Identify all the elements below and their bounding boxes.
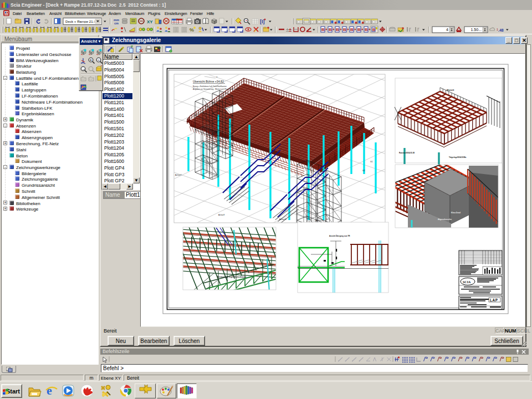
svg-text:Abgrenzkonsolen: Abgrenzkonsolen [438, 218, 452, 221]
svg-text:↔: ↔ [82, 67, 86, 71]
svg-text:Achse11: Achse11 [279, 218, 287, 221]
svg-text:B: B [357, 27, 361, 32]
svg-text:+: + [90, 58, 92, 62]
svg-text:r: r [418, 27, 420, 30]
svg-text:Angaben zur Verrosterung - We: Angaben zur Verrosterung - Werte nach Fl… [193, 88, 239, 90]
svg-text:e: e [47, 383, 52, 397]
svg-text:r: r [410, 27, 411, 30]
svg-text:G1: G1 [370, 161, 373, 163]
svg-text:LAP: LAP [490, 298, 498, 302]
svg-text:Achse9: Achse9 [218, 214, 224, 216]
svg-text:±: ± [289, 27, 291, 33]
svg-text:st: st [216, 76, 218, 78]
svg-text:Deck + Rampe 21.07: Deck + Rampe 21.07 [65, 19, 98, 23]
svg-text:B: B [321, 27, 325, 32]
svg-text:.48: .48 [498, 28, 504, 32]
svg-text:G2: G2 [362, 170, 365, 172]
svg-text:B: B [336, 27, 339, 32]
svg-text:B: B [343, 27, 346, 32]
svg-text:B: B [329, 27, 332, 32]
svg-text:G3: G3 [326, 218, 329, 221]
svg-text:Achse7: Achse7 [175, 174, 181, 176]
svg-text:Trägerlage5004-5008a: Trägerlage5004-5008a [449, 156, 467, 158]
svg-text:Klima Detail: Klima Detail [451, 212, 461, 214]
svg-text:Achse13: Achse13 [316, 219, 323, 222]
svg-text:Deckenlage 2.gilt Technikraum: Deckenlage 2.gilt Technikraum [217, 276, 246, 278]
svg-text:B: B [350, 27, 354, 32]
svg-text:Rammen5004-05-08: Rammen5004-05-08 [399, 152, 415, 154]
svg-text:SCIA: SCIA [463, 280, 471, 284]
svg-text:B: B [365, 27, 368, 32]
svg-text:cm: cm [114, 22, 119, 25]
svg-text:B: B [372, 28, 375, 32]
svg-text:Ansicht Übergang zum TR: Ansicht Übergang zum TR [329, 234, 350, 237]
svg-text:−: − [98, 58, 100, 62]
svg-text:4: 4 [446, 28, 448, 32]
svg-text:[I]: [I] [260, 19, 265, 24]
svg-text:Bezug = Stahlebene h=6.7mm/Sta: Bezug = Stahlebene h=6.7mm/Stahlkanten [193, 85, 227, 88]
svg-text:Übersicht Bühne +34.82: Übersicht Bühne +34.82 [193, 80, 224, 83]
svg-text:%: % [190, 27, 194, 33]
svg-text:XY: XY [147, 19, 153, 24]
svg-text:1.50...: 1.50... [471, 28, 482, 32]
